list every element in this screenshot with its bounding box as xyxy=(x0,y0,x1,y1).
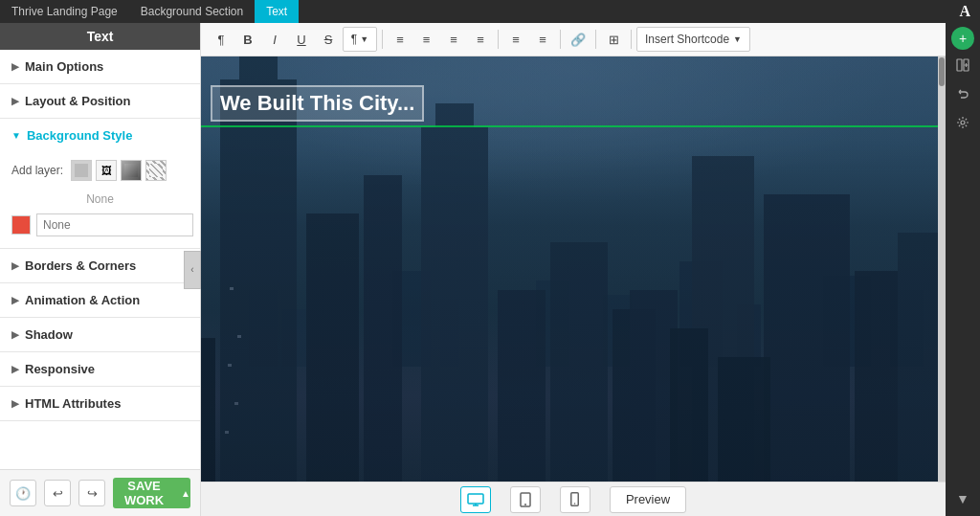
toolbar-align-right-btn[interactable]: ≡ xyxy=(441,27,466,52)
layout-toggle[interactable]: ▶ Layout & Position xyxy=(0,84,200,118)
toolbar-justify-btn[interactable]: ≡ xyxy=(468,27,493,52)
color-text-input[interactable] xyxy=(36,213,193,236)
toolbar-align-center-btn[interactable]: ≡ xyxy=(414,27,439,52)
shadow-toggle[interactable]: ▶ Shadow xyxy=(0,318,200,351)
editor-toolbar: ¶ B I U S ¶▼ ≡ ≡ ≡ ≡ ≡ ≡ 🔗 ⊞ Insert Shor… xyxy=(201,23,946,56)
scroll-down-btn[interactable]: ▼ xyxy=(949,485,976,512)
none-label: None xyxy=(11,189,189,213)
add-column-btn[interactable] xyxy=(949,52,976,79)
toolbar-strikethrough-btn[interactable]: S xyxy=(316,27,341,52)
undo-right-btn[interactable] xyxy=(949,80,976,107)
history-icon-btn[interactable]: 🕐 xyxy=(10,480,36,506)
preview-btn[interactable]: Preview xyxy=(610,486,686,513)
color-input-row xyxy=(11,213,189,236)
html-attributes-toggle[interactable]: ▶ HTML Attributes xyxy=(0,387,200,420)
mobile-view-btn[interactable] xyxy=(560,486,590,513)
color-swatch[interactable] xyxy=(11,215,31,235)
undo-btn[interactable]: ↩ xyxy=(44,480,71,506)
sidebar-section-animation: ▶ Animation & Action xyxy=(0,283,200,318)
toolbar-link-btn[interactable]: 🔗 xyxy=(566,27,590,52)
toolbar-separator-3 xyxy=(560,30,561,49)
sidebar-section-html-attributes: ▶ HTML Attributes xyxy=(0,387,200,421)
sidebar-section-shadow: ▶ Shadow xyxy=(0,318,200,352)
nav-item-thrive-landing[interactable]: Thrive Landing Page xyxy=(0,0,129,23)
toolbar-align-left-btn[interactable]: ≡ xyxy=(388,27,412,52)
nav-item-text[interactable]: Text xyxy=(255,0,299,23)
selected-text-element[interactable]: We Built This City... xyxy=(211,85,424,122)
save-chevron-icon: ▲ xyxy=(181,488,190,499)
far-right-panel: + ▼ xyxy=(946,23,980,516)
add-element-btn[interactable]: + xyxy=(951,27,974,50)
toolbar-separator-1 xyxy=(382,30,383,49)
sidebar-section-borders: ▶ Borders & Corners xyxy=(0,249,200,283)
insert-shortcode-btn[interactable]: Insert Shortcode ▼ xyxy=(636,27,750,52)
svg-point-2 xyxy=(524,504,526,505)
svg-point-4 xyxy=(574,503,576,505)
toolbar-italic-btn[interactable]: I xyxy=(262,27,287,52)
tablet-view-btn[interactable] xyxy=(510,486,541,513)
toolbar-paragraph-btn[interactable]: ¶ xyxy=(209,27,234,52)
responsive-arrow: ▶ xyxy=(11,364,19,374)
settings-right-btn[interactable] xyxy=(949,109,976,136)
html-attributes-arrow: ▶ xyxy=(11,398,19,409)
redo-btn[interactable]: ↪ xyxy=(78,480,105,506)
main-options-toggle[interactable]: ▶ Main Options xyxy=(0,50,200,83)
toolbar-separator-5 xyxy=(631,30,632,49)
toolbar-align-dropdown[interactable]: ¶▼ xyxy=(343,27,377,52)
borders-toggle[interactable]: ▶ Borders & Corners xyxy=(0,249,200,282)
bg-style-content: Add layer: 🖼 xyxy=(0,152,200,248)
svg-point-7 xyxy=(961,121,965,124)
animation-arrow: ▶ xyxy=(11,295,19,305)
borders-arrow: ▶ xyxy=(11,260,19,271)
sidebar-section-main-options: ▶ Main Options xyxy=(0,50,200,84)
add-layer-label: Add layer: xyxy=(11,164,63,177)
sidebar-collapse-handle[interactable]: ‹ xyxy=(184,251,201,289)
sidebar-section-responsive: ▶ Responsive xyxy=(0,352,200,387)
toolbar-underline-btn[interactable]: U xyxy=(289,27,314,52)
toolbar-table-btn[interactable]: ⊞ xyxy=(601,27,626,52)
toolbar-separator-2 xyxy=(498,30,499,49)
toolbar-ul-btn[interactable]: ≡ xyxy=(503,27,528,52)
shortcode-dropdown-arrow: ▼ xyxy=(733,34,742,44)
nav-item-background-section[interactable]: Background Section xyxy=(129,0,255,23)
svg-rect-5 xyxy=(957,59,962,71)
animation-toggle[interactable]: ▶ Animation & Action xyxy=(0,283,200,317)
sidebar-section-layout: ▶ Layout & Position xyxy=(0,84,200,119)
shadow-arrow: ▶ xyxy=(11,329,19,340)
bg-style-arrow: ▼ xyxy=(11,130,21,141)
svg-rect-0 xyxy=(468,494,483,504)
layer-solid-btn[interactable] xyxy=(71,160,92,181)
canvas-area: We Built This City... xyxy=(201,56,946,482)
layer-image-btn[interactable]: 🖼 xyxy=(96,160,117,181)
layer-gradient-btn[interactable] xyxy=(121,160,142,181)
toolbar-ol-btn[interactable]: ≡ xyxy=(530,27,555,52)
layer-pattern-btn[interactable] xyxy=(145,160,167,181)
sidebar-header: Text xyxy=(0,23,200,50)
sidebar-section-bg-style: ▼ Background Style Add layer: 🖼 xyxy=(0,119,200,249)
bottom-bar: Preview xyxy=(201,482,946,516)
desktop-view-btn[interactable] xyxy=(460,486,491,513)
toolbar-bold-btn[interactable]: B xyxy=(235,27,260,52)
save-work-button[interactable]: SAVE WORK ▲ xyxy=(113,478,190,508)
selection-line xyxy=(201,125,946,127)
layout-arrow: ▶ xyxy=(11,96,19,106)
toolbar-separator-4 xyxy=(595,30,596,49)
main-options-arrow: ▶ xyxy=(11,61,19,72)
responsive-toggle[interactable]: ▶ Responsive xyxy=(0,352,200,386)
bg-style-toggle[interactable]: ▼ Background Style xyxy=(0,119,200,152)
